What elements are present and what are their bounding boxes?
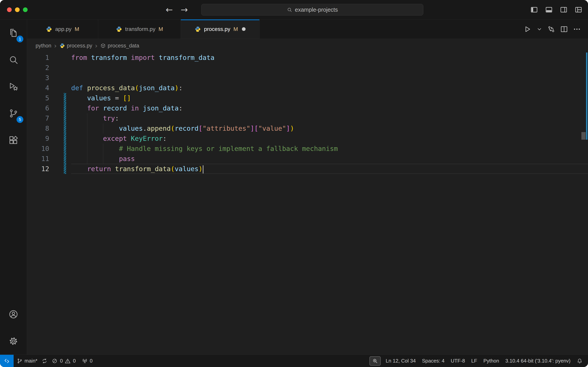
tab-app-py[interactable]: app.py M xyxy=(27,19,98,39)
unsaved-changes-dot[interactable] xyxy=(242,27,246,31)
code-line-1[interactable]: 1from transform import transform_data xyxy=(27,52,588,63)
customize-layout-icon[interactable] xyxy=(574,6,583,14)
split-editor-icon[interactable] xyxy=(560,25,568,33)
breadcrumb-folder[interactable]: python xyxy=(36,43,51,49)
zoom-indicator[interactable] xyxy=(369,356,381,366)
open-changes-icon[interactable] xyxy=(547,25,555,33)
gutter xyxy=(49,73,71,83)
toggle-panel-icon[interactable] xyxy=(545,6,553,14)
line-number[interactable]: 5 xyxy=(27,93,49,103)
sidebar-item-run-debug[interactable] xyxy=(0,73,27,100)
git-branch-status[interactable]: main* xyxy=(14,355,41,367)
code-text[interactable] xyxy=(71,63,588,73)
more-actions-icon[interactable] xyxy=(573,25,581,33)
line-number[interactable]: 7 xyxy=(27,113,49,123)
notifications-button[interactable] xyxy=(574,355,588,367)
code-text[interactable]: from transform import transform_data xyxy=(71,52,588,63)
line-number[interactable]: 9 xyxy=(27,133,49,143)
eol-status[interactable]: LF xyxy=(468,355,480,367)
tab-transform-py[interactable]: transform.py M xyxy=(98,19,181,39)
remote-indicator[interactable] xyxy=(0,355,14,367)
python-file-icon xyxy=(46,26,52,32)
line-number[interactable]: 12 xyxy=(27,164,49,174)
line-number[interactable]: 8 xyxy=(27,123,49,133)
forwarded-ports-status[interactable]: 0 xyxy=(79,355,95,367)
vscode-window: ← → example-projects 1 xyxy=(0,0,588,367)
extensions-icon xyxy=(8,135,18,145)
explorer-badge: 1 xyxy=(17,36,23,42)
sidebar-item-accounts[interactable] xyxy=(0,301,27,328)
status-bar: main* 0 0 0 Ln 12, Col 34 Spaces: 4 xyxy=(0,355,588,367)
code-text[interactable]: def process_data(json_data): xyxy=(71,83,588,93)
code-line-3[interactable]: 3 xyxy=(27,73,588,83)
indentation-status[interactable]: Spaces: 4 xyxy=(419,355,447,367)
run-debug-icon xyxy=(8,82,18,92)
code-text[interactable]: values = [] xyxy=(71,93,588,103)
code-area[interactable]: 1from transform import transform_data234… xyxy=(27,52,588,174)
run-dropdown-chevron-icon[interactable] xyxy=(536,26,543,32)
problems-status[interactable]: 0 0 xyxy=(49,355,79,367)
errors-icon xyxy=(52,358,58,364)
code-text[interactable]: for record in json_data: xyxy=(71,103,588,113)
toggle-secondary-sidebar-icon[interactable] xyxy=(560,6,568,14)
encoding-status[interactable]: UTF-8 xyxy=(447,355,468,367)
code-line-5[interactable]: 5 values = [] xyxy=(27,93,588,103)
sidebar-item-extensions[interactable] xyxy=(0,127,27,154)
sidebar-item-search[interactable] xyxy=(0,46,27,73)
traffic-light-close[interactable] xyxy=(7,7,12,12)
go-back-button[interactable]: ← xyxy=(166,5,173,15)
gutter xyxy=(49,52,71,63)
code-text[interactable] xyxy=(71,73,588,83)
line-number[interactable]: 6 xyxy=(27,103,49,113)
git-modified-gutter-marker xyxy=(49,164,71,174)
code-line-12[interactable]: 12 return transform_data(values) xyxy=(27,164,588,174)
radio-tower-icon xyxy=(82,358,88,364)
code-line-9[interactable]: 9 except KeyError: xyxy=(27,133,588,143)
traffic-light-minimize[interactable] xyxy=(15,7,20,12)
code-text[interactable]: return transform_data(values) xyxy=(71,164,588,174)
overview-modified-decoration xyxy=(586,52,588,140)
traffic-light-zoom[interactable] xyxy=(23,7,28,12)
code-line-11[interactable]: 11 pass xyxy=(27,154,588,164)
run-python-file-icon[interactable] xyxy=(523,25,532,33)
cursor-position-status[interactable]: Ln 12, Col 34 xyxy=(383,355,419,367)
warnings-icon xyxy=(65,358,71,364)
code-line-4[interactable]: 4def process_data(json_data): xyxy=(27,83,588,93)
code-line-7[interactable]: 7 try: xyxy=(27,113,588,123)
sidebar-item-explorer[interactable]: 1 xyxy=(0,19,27,46)
editor-actions xyxy=(523,19,588,39)
code-line-10[interactable]: 10 # Handle missing keys or implement a … xyxy=(27,143,588,154)
code-text[interactable]: except KeyError: xyxy=(71,133,588,143)
code-text[interactable]: try: xyxy=(71,113,588,123)
git-modified-badge: M xyxy=(75,26,79,32)
python-file-icon xyxy=(116,26,122,32)
python-interpreter-status[interactable]: 3.10.4 64-bit ('3.10.4': pyenv) xyxy=(502,355,574,367)
line-number[interactable]: 4 xyxy=(27,83,49,93)
command-center-search[interactable]: example-projects xyxy=(201,4,423,16)
breadcrumb-file[interactable]: process.py xyxy=(59,43,92,49)
sidebar-item-settings[interactable] xyxy=(0,328,27,355)
history-navigation: ← → xyxy=(166,0,188,19)
line-number[interactable]: 10 xyxy=(27,143,49,154)
line-number[interactable]: 3 xyxy=(27,73,49,83)
code-text[interactable]: values.append(record["attributes"]["valu… xyxy=(71,123,588,133)
overview-ruler[interactable] xyxy=(582,52,588,355)
code-line-2[interactable]: 2 xyxy=(27,63,588,73)
line-number[interactable]: 1 xyxy=(27,52,49,63)
code-line-6[interactable]: 6 for record in json_data: xyxy=(27,103,588,113)
code-text[interactable]: # Handle missing keys or implement a fal… xyxy=(71,143,588,154)
tab-label: process.py xyxy=(204,26,230,32)
go-forward-button[interactable]: → xyxy=(181,5,188,15)
code-line-8[interactable]: 8 values.append(record["attributes"]["va… xyxy=(27,123,588,133)
code-text[interactable]: pass xyxy=(71,154,588,164)
breadcrumb-symbol[interactable]: process_data xyxy=(100,43,139,49)
tab-process-py[interactable]: process.py M xyxy=(181,19,260,39)
sync-changes-button[interactable] xyxy=(41,355,49,367)
line-number[interactable]: 2 xyxy=(27,63,49,73)
editor[interactable]: 1from transform import transform_data234… xyxy=(27,52,588,355)
language-mode-status[interactable]: Python xyxy=(480,355,502,367)
sidebar-item-source-control[interactable]: 5 xyxy=(0,100,27,127)
line-number[interactable]: 11 xyxy=(27,154,49,164)
git-branch-icon xyxy=(17,358,23,364)
toggle-primary-sidebar-icon[interactable] xyxy=(530,6,538,14)
